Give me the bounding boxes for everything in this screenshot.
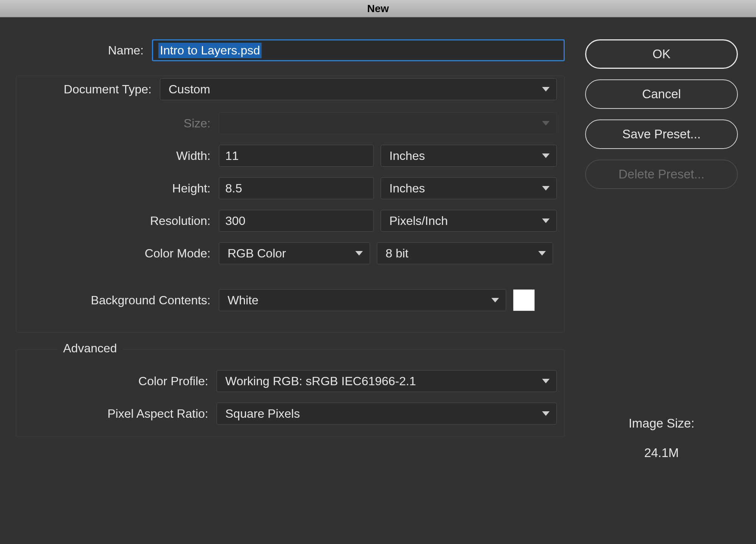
advanced-legend: Advanced <box>57 341 123 355</box>
color-profile-value: Working RGB: sRGB IEC61966-2.1 <box>225 374 416 388</box>
advanced-fieldset: Advanced Color Profile: Working RGB: sRG… <box>16 349 565 437</box>
color-profile-label: Color Profile: <box>24 374 217 388</box>
pixel-aspect-select[interactable]: Square Pixels <box>217 403 557 425</box>
background-contents-select[interactable]: White <box>219 289 506 311</box>
delete-preset-button: Delete Preset... <box>585 160 738 189</box>
image-size-label: Image Size: <box>629 416 694 431</box>
width-label: Width: <box>16 149 219 163</box>
cancel-button[interactable]: Cancel <box>585 79 738 109</box>
chevron-down-icon <box>542 186 550 191</box>
color-profile-select[interactable]: Working RGB: sRGB IEC61966-2.1 <box>217 370 557 392</box>
document-type-label: Document Type: <box>46 82 160 96</box>
width-input[interactable] <box>219 145 374 167</box>
pixel-aspect-value: Square Pixels <box>225 407 300 421</box>
resolution-unit-value: Pixels/Inch <box>389 214 448 228</box>
size-select <box>219 112 557 134</box>
color-mode-select[interactable]: RGB Color <box>219 242 370 264</box>
height-unit-value: Inches <box>389 181 425 195</box>
background-contents-label: Background Contents: <box>16 293 219 307</box>
document-fieldset: Document Type: Custom Size: <box>16 76 565 333</box>
chevron-down-icon <box>491 298 499 302</box>
chevron-down-icon <box>542 219 550 223</box>
height-unit-select[interactable]: Inches <box>381 177 557 199</box>
background-contents-value: White <box>228 293 259 307</box>
width-unit-value: Inches <box>389 149 425 163</box>
window-titlebar: New <box>0 0 756 17</box>
chevron-down-icon <box>542 153 550 158</box>
chevron-down-icon <box>538 251 546 256</box>
save-preset-button[interactable]: Save Preset... <box>585 119 738 149</box>
chevron-down-icon <box>542 379 550 383</box>
resolution-unit-select[interactable]: Pixels/Inch <box>381 210 557 232</box>
document-type-select[interactable]: Custom <box>160 78 557 100</box>
resolution-label: Resolution: <box>16 214 219 228</box>
resolution-input[interactable] <box>219 210 374 232</box>
height-input[interactable] <box>219 177 374 199</box>
color-mode-label: Color Mode: <box>16 246 219 260</box>
background-color-swatch[interactable] <box>513 289 535 311</box>
height-label: Height: <box>16 181 219 195</box>
chevron-down-icon <box>542 87 550 91</box>
ok-button[interactable]: OK <box>585 39 738 69</box>
name-label: Name: <box>16 43 152 57</box>
color-depth-value: 8 bit <box>386 246 408 260</box>
color-mode-value: RGB Color <box>228 246 286 260</box>
size-label: Size: <box>16 116 219 130</box>
chevron-down-icon <box>355 251 363 256</box>
chevron-down-icon <box>542 121 550 126</box>
name-input[interactable]: Intro to Layers.psd <box>152 39 565 61</box>
window-title: New <box>367 3 389 15</box>
pixel-aspect-label: Pixel Aspect Ratio: <box>24 407 217 421</box>
color-depth-select[interactable]: 8 bit <box>377 242 553 264</box>
width-unit-select[interactable]: Inches <box>381 145 557 167</box>
image-size-value: 24.1M <box>644 446 679 460</box>
name-input-value: Intro to Layers.psd <box>158 43 262 58</box>
chevron-down-icon <box>542 411 550 416</box>
new-document-dialog: New Name: Intro to Layers.psd Document T… <box>0 0 756 544</box>
document-type-value: Custom <box>169 82 210 96</box>
